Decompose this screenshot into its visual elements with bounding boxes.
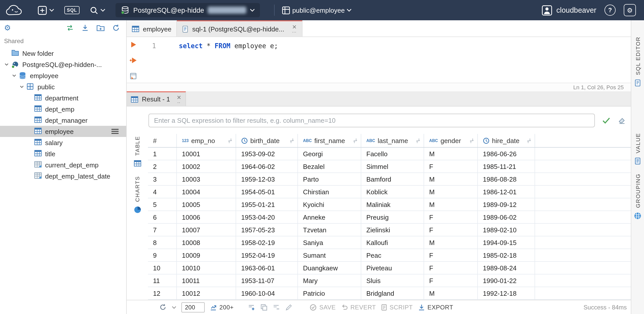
execute-script-icon[interactable]	[129, 57, 137, 64]
grid-cell[interactable]: F	[424, 249, 478, 261]
tree-item-current_dept_emp[interactable]: current_dept_emp	[0, 159, 126, 170]
sort-icon[interactable]	[469, 137, 474, 144]
row-index[interactable]: 2	[148, 160, 177, 172]
execution-plan-icon[interactable]	[130, 73, 137, 80]
tree-item-salary[interactable]: salary	[0, 137, 126, 148]
grid-cell[interactable]: Bridgland	[361, 287, 424, 299]
filter-input[interactable]	[148, 113, 595, 127]
grid-cell[interactable]: Bezalel	[298, 160, 361, 172]
apply-filter-icon[interactable]	[602, 116, 611, 124]
tree-item-title[interactable]: title	[0, 148, 126, 159]
column-header-hire_date[interactable]: hire_date	[478, 134, 535, 147]
tree-item-dept_emp[interactable]: dept_emp	[0, 103, 126, 115]
edit-cell-icon[interactable]	[285, 304, 292, 311]
close-result-icon[interactable]: ✕	[177, 95, 181, 99]
sort-icon[interactable]	[415, 137, 421, 144]
column-header-first_name[interactable]: ABCfirst_name	[298, 134, 361, 147]
tree-item-new-folder[interactable]: New folder	[0, 48, 126, 59]
grid-cell[interactable]: F	[424, 224, 478, 236]
expand-chevron-icon[interactable]	[27, 139, 33, 146]
sort-icon[interactable]	[228, 137, 233, 144]
grid-cell[interactable]: 1963-06-01	[236, 262, 298, 274]
grid-cell[interactable]: Tzvetan	[298, 224, 361, 236]
row-index[interactable]: 5	[148, 198, 177, 211]
tab-sql-1[interactable]: sql-1 (PostgreSQL@ep-hidde... ✕ …	[177, 20, 302, 37]
row-index[interactable]: 12	[148, 287, 177, 299]
help-button[interactable]: ?	[604, 5, 616, 16]
sql-editor[interactable]: 1 select * FROM employee e; Ln 1, Col 26…	[127, 37, 631, 91]
row-index[interactable]: 7	[148, 224, 177, 236]
grid-cell[interactable]: 1985-02-18	[478, 249, 535, 261]
grid-cell[interactable]: Duangkaew	[298, 262, 361, 274]
grid-cell[interactable]: Georgi	[298, 148, 361, 160]
grid-cell[interactable]: 1994-09-15	[478, 236, 535, 249]
duplicate-row-icon[interactable]	[260, 304, 268, 311]
grid-cell[interactable]: Peac	[361, 249, 424, 261]
grid-cell[interactable]: 10002	[177, 160, 236, 172]
row-index[interactable]: 6	[148, 211, 177, 223]
tab-charts-view[interactable]: CHARTS	[134, 176, 141, 214]
save-button[interactable]: SAVE	[310, 304, 336, 311]
row-index[interactable]: 9	[148, 249, 177, 261]
tree-item-employee[interactable]: employee	[0, 126, 126, 137]
grid-cell[interactable]: 1960-10-04	[236, 287, 298, 299]
grid-cell[interactable]: 1985-11-21	[478, 160, 535, 172]
tree-item-department[interactable]: department	[0, 92, 126, 103]
grid-cell[interactable]: M	[424, 148, 478, 160]
grid-cell[interactable]: 1992-12-18	[478, 287, 535, 299]
grid-cell[interactable]: F	[424, 262, 478, 274]
grid-cell[interactable]: 10010	[177, 262, 236, 274]
column-header-last_name[interactable]: ABClast_name	[361, 134, 424, 147]
grid-cell[interactable]: Mary	[298, 274, 361, 287]
grid-cell[interactable]: F	[424, 160, 478, 172]
grid-cell[interactable]: Kalloufi	[361, 236, 424, 249]
row-index[interactable]: 3	[148, 173, 177, 185]
grid-cell[interactable]: 1954-05-01	[236, 186, 298, 198]
sql-code-line[interactable]: select * FROM employee e;	[179, 42, 278, 50]
column-header-birth_date[interactable]: birth_date	[236, 134, 298, 147]
grid-cell[interactable]: M	[424, 236, 478, 249]
grid-cell[interactable]: 1953-04-20	[236, 211, 298, 223]
fetch-size-input[interactable]	[181, 302, 205, 312]
expand-chevron-icon[interactable]	[27, 151, 33, 157]
export-button[interactable]: EXPORT	[418, 304, 453, 311]
script-button[interactable]: SCRIPT	[381, 304, 413, 311]
tree-item-public[interactable]: public	[0, 81, 126, 92]
grid-cell[interactable]: Bamford	[361, 173, 424, 185]
new-folder-icon[interactable]	[96, 24, 105, 32]
grid-cell[interactable]: 10011	[177, 274, 236, 287]
grid-cell[interactable]: 10004	[177, 186, 236, 198]
grid-cell[interactable]: 1989-09-12	[478, 198, 535, 211]
new-object-button[interactable]	[37, 5, 54, 15]
expand-chevron-icon[interactable]	[27, 128, 33, 134]
expand-chevron-icon[interactable]	[12, 73, 18, 79]
column-header-index[interactable]: #	[148, 134, 177, 147]
grid-cell[interactable]: 10008	[177, 236, 236, 249]
grid-cell[interactable]: Preusig	[361, 211, 424, 223]
tab-more-icon[interactable]: …	[292, 29, 297, 33]
row-index[interactable]: 8	[148, 236, 177, 249]
grid-cell[interactable]: Parto	[298, 173, 361, 185]
tab-value-panel[interactable]: VALUE	[631, 133, 644, 165]
connection-search-button[interactable]	[90, 6, 105, 14]
grid-cell[interactable]: Maliniak	[361, 198, 424, 211]
expand-chevron-icon[interactable]	[27, 117, 33, 123]
grid-cell[interactable]: Patricio	[298, 287, 361, 299]
grid-cell[interactable]: Piveteau	[361, 262, 424, 274]
grid-cell[interactable]: 1989-06-02	[478, 211, 535, 223]
grid-cell[interactable]: M	[424, 287, 478, 299]
row-index[interactable]: 4	[148, 186, 177, 198]
grid-cell[interactable]: F	[424, 211, 478, 223]
clear-filter-icon[interactable]	[618, 116, 626, 124]
schema-selector[interactable]: public@employee	[282, 6, 352, 14]
tree-item-dept_emp_latest_date[interactable]: dept_emp_latest_date	[0, 170, 126, 182]
row-index[interactable]: 1	[148, 148, 177, 160]
sync-connections-icon[interactable]	[66, 24, 74, 32]
grid-cell[interactable]: 10009	[177, 249, 236, 261]
expand-chevron-icon[interactable]	[27, 95, 33, 101]
refresh-tree-icon[interactable]	[112, 24, 120, 32]
grid-cell[interactable]: 1989-08-24	[478, 262, 535, 274]
grid-cell[interactable]: Chirstian	[298, 186, 361, 198]
revert-button[interactable]: REVERT	[341, 304, 376, 311]
settings-button[interactable]: ⚙	[624, 4, 636, 16]
